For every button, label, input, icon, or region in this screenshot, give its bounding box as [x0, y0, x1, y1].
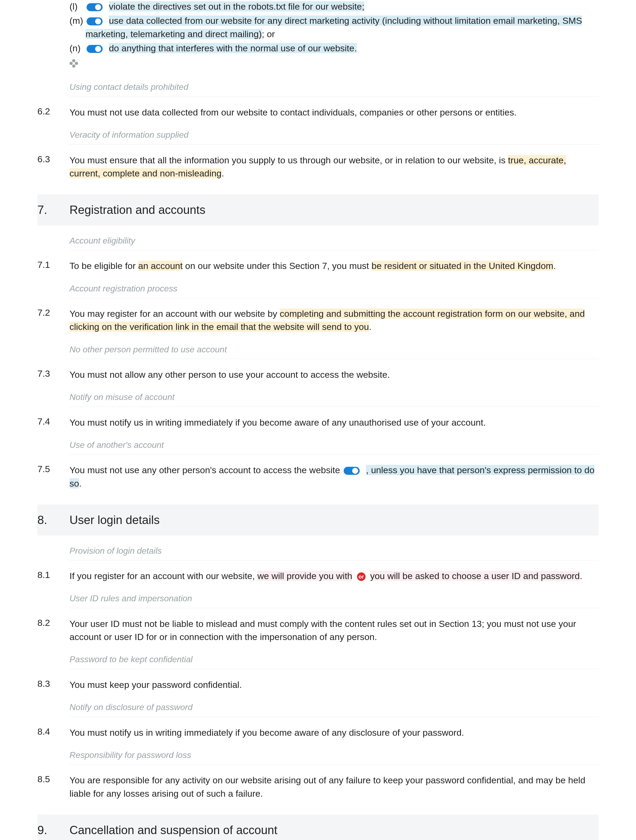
list-item-letter: (l) [69, 0, 85, 13]
list-item-text: violate the directives set out in the ro… [109, 2, 364, 11]
section-title: Registration and accounts [69, 201, 206, 218]
clause-6-sublist-row: (l) violate the directives set out in th… [38, 0, 598, 102]
clause-hint: Responsibility for password loss [69, 742, 598, 764]
section-title: Cancellation and suspension of account [69, 821, 277, 838]
clause-hint: Using contact details prohibited [69, 74, 598, 96]
clause-text: Your user ID must not be liable to misle… [69, 617, 598, 644]
clause-text: You must notify us in writing immediatel… [69, 726, 598, 739]
list-item-text: do anything that interferes with the nor… [109, 43, 357, 53]
clause-hint: Notify on disclosure of password [69, 695, 598, 717]
clause-text: You must not use data collected from our… [69, 106, 598, 119]
clause-number: 7.5 [38, 463, 69, 475]
variant-span[interactable]: we will provide you with [257, 571, 352, 581]
clause-row: 7.1 To be eligible for an account on our… [38, 258, 598, 303]
list-item: (m) use data collected from our website … [69, 14, 598, 41]
clause-number: 8.1 [38, 568, 69, 581]
clause-row: 8.2 Your user ID must not be liable to m… [38, 616, 598, 674]
add-item-icon[interactable] [69, 59, 78, 68]
clause-text: You must not use any other person's acco… [69, 464, 598, 490]
clause-row: 6.2 You must not use data collected from… [38, 105, 598, 150]
clause-hint-row: Account eligibility [38, 228, 598, 255]
clause-hint: Use of another's account [69, 432, 598, 455]
toggle-icon[interactable] [344, 467, 360, 475]
section-heading: 8. User login details [38, 504, 598, 535]
editable-span[interactable]: be resident or situated in the United Ki… [372, 261, 553, 271]
clause-text: To be eligible for an account on our web… [69, 259, 598, 272]
clause-row: 8.3 You must keep your password confiden… [38, 677, 598, 722]
section-heading: 9. Cancellation and suspension of accoun… [38, 815, 598, 840]
clause-number: 7.3 [38, 367, 69, 380]
list-item-text: use data collected from our website for … [85, 16, 582, 39]
clause-row: 8.4 You must notify us in writing immedi… [38, 725, 598, 770]
clause-text: You may register for an account with our… [69, 307, 598, 334]
clause-hint: Account eligibility [69, 228, 598, 250]
svg-point-1 [72, 65, 76, 68]
list-item-letter: (n) [69, 42, 85, 55]
svg-point-3 [75, 62, 78, 65]
svg-point-2 [69, 62, 73, 65]
clause-hint: Provision of login details [69, 538, 598, 561]
clause-hint: User ID rules and impersonation [69, 586, 598, 608]
clause-number: 6.2 [38, 105, 69, 118]
clause-hint: No other person permitted to use account [69, 337, 598, 359]
or-icon[interactable]: or [357, 572, 365, 581]
clause-number: 8.3 [38, 677, 69, 690]
variant-span[interactable]: you will be asked to choose [370, 571, 481, 581]
list-item: (l) violate the directives set out in th… [69, 0, 598, 13]
clause-row: 8.1 If you register for an account with … [38, 568, 598, 613]
list-item: (n) do anything that interferes with the… [69, 42, 598, 55]
section-title: User login details [69, 512, 160, 529]
toggle-icon[interactable] [87, 17, 102, 25]
clause-hint-row: Provision of login details [38, 538, 598, 565]
section-number: 9. [38, 821, 69, 838]
clause-row: 8.5 You are responsible for any activity… [38, 773, 598, 804]
clause-text: You must ensure that all the information… [69, 154, 598, 180]
clause-hint: Veracity of information supplied [69, 122, 598, 144]
clause-number: 8.5 [38, 773, 69, 786]
clause-hint: Notify on misuse of account [69, 384, 598, 407]
clause-text: You must not allow any other person to u… [69, 368, 598, 381]
list-item-tail: ; or [262, 29, 275, 39]
clause-text: You must notify us in writing immediatel… [69, 416, 598, 429]
svg-point-0 [72, 59, 76, 62]
clause-row: 6.3 You must ensure that all the informa… [38, 153, 598, 183]
clause-number: 8.2 [38, 616, 69, 629]
clause-hint: Account registration process [69, 276, 598, 298]
section-number: 8. [38, 512, 69, 529]
clause-number: 7.2 [38, 306, 69, 319]
clause-number: 7.4 [38, 415, 69, 428]
clause-row: 7.2 You may register for an account with… [38, 306, 598, 364]
clause-row: 7.3 You must not allow any other person … [38, 367, 598, 412]
document-page: (l) violate the directives set out in th… [0, 0, 636, 840]
editable-span[interactable]: an account [138, 261, 183, 271]
section-heading: 7. Registration and accounts [38, 194, 598, 225]
clause-text: You are responsible for any activity on … [69, 774, 598, 800]
clause-row: 7.4 You must notify us in writing immedi… [38, 415, 598, 459]
clause-text: If you register for an account with our … [69, 570, 598, 583]
clause-number: 7.1 [38, 258, 69, 272]
toggle-icon[interactable] [87, 45, 102, 53]
clause-number: 6.3 [38, 153, 69, 166]
clause-row: 7.5 You must not use any other person's … [38, 463, 598, 493]
toggle-icon[interactable] [87, 3, 102, 11]
clause-text: You must keep your password confidential… [69, 678, 598, 692]
list-item-letter: (m) [69, 14, 85, 27]
section-number: 7. [38, 201, 69, 218]
clause-number: 8.4 [38, 725, 69, 738]
clause-hint: Password to be kept confidential [69, 647, 598, 669]
